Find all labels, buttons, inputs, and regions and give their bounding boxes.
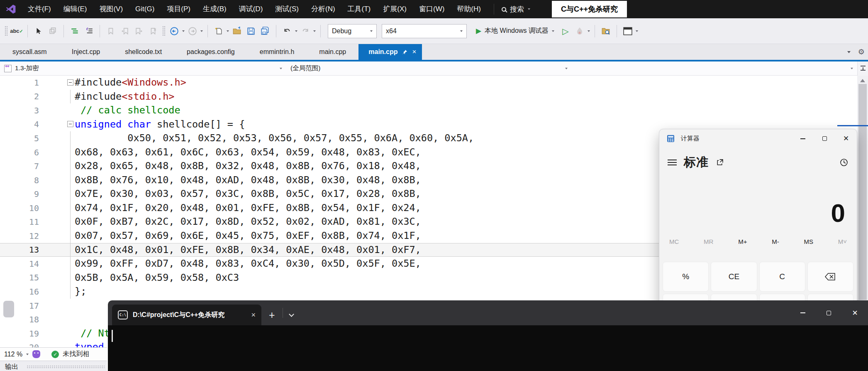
undo-button[interactable] <box>281 25 293 37</box>
save-button[interactable] <box>245 25 257 37</box>
memory-button-MR[interactable]: MR <box>704 238 713 245</box>
open-folder-button[interactable] <box>231 25 243 37</box>
menu-item-4[interactable]: Git(G) <box>129 0 161 18</box>
close-button[interactable]: ✕ <box>835 129 857 148</box>
memory-button-M-[interactable]: M- <box>772 238 779 245</box>
toolbar-grip[interactable] <box>5 26 7 37</box>
history-icon[interactable] <box>839 158 848 167</box>
minimize-button[interactable] <box>790 300 816 325</box>
zoom-control[interactable]: 112 % <box>4 351 29 358</box>
maximize-button[interactable] <box>816 300 842 325</box>
new-tab-button[interactable]: + <box>261 305 283 325</box>
terminal-body[interactable] <box>108 325 868 371</box>
menu-item-9[interactable]: 分析(N) <box>305 0 341 18</box>
tab-dropdown-button[interactable] <box>283 305 300 325</box>
menu-item-13[interactable]: 帮助(H) <box>451 0 487 18</box>
save-all-button[interactable] <box>259 25 271 37</box>
chevron-down-icon[interactable] <box>295 30 297 32</box>
fold-collapse-icon[interactable] <box>67 121 73 127</box>
new-file-button[interactable] <box>212 25 225 37</box>
chevron-down-icon[interactable] <box>588 30 590 32</box>
navigate-back-button[interactable] <box>168 25 180 37</box>
minimize-button[interactable] <box>792 129 814 148</box>
margin-scrollbar-thumb[interactable] <box>3 301 14 317</box>
memory-button-MC[interactable]: MC <box>669 238 679 245</box>
scroll-up-arrow-icon[interactable] <box>860 79 865 82</box>
fold-collapse-icon[interactable] <box>67 79 73 86</box>
menu-item-1[interactable]: 文件(F) <box>22 0 57 18</box>
calculator-title-bar[interactable]: 计算器 ✕ <box>659 129 857 148</box>
toolbar-grip[interactable] <box>162 26 165 37</box>
menu-item-8[interactable]: 测试(S) <box>269 0 305 18</box>
memory-button-M+[interactable]: M+ <box>738 238 747 245</box>
code-line-3[interactable]: 3 // calc shellcode <box>0 103 857 118</box>
visual-studio-window: 文件(F)编辑(E)视图(V)Git(G)项目(P)生成(B)调试(D)测试(S… <box>0 0 868 371</box>
project-dropdown[interactable]: 1.3-加密 <box>0 61 286 75</box>
tab-list-dropdown-icon[interactable] <box>847 51 851 53</box>
menu-item-6[interactable]: 生成(B) <box>197 0 233 18</box>
close-icon[interactable]: × <box>412 44 416 60</box>
split-editor-handle[interactable] <box>857 61 868 76</box>
calc-button-C[interactable]: C <box>759 262 805 292</box>
memory-button-M˅[interactable]: M˅ <box>838 238 847 245</box>
toggle-bookmark-button[interactable] <box>105 25 117 37</box>
code-line-1[interactable]: 1#include<Windows.h> <box>0 76 857 90</box>
next-bookmark-button[interactable] <box>133 25 145 37</box>
pointer-mode-button[interactable] <box>32 25 45 37</box>
pin-icon[interactable] <box>402 49 407 55</box>
menu-item-5[interactable]: 项目(P) <box>161 0 197 18</box>
hot-reload-button[interactable] <box>573 25 586 37</box>
calc-button-%[interactable]: % <box>663 262 709 292</box>
solution-configuration-select[interactable]: Debug <box>328 24 377 38</box>
toggle-comment-button[interactable] <box>83 25 95 37</box>
tab-syscall-asm[interactable]: syscall.asm <box>0 44 59 60</box>
close-icon[interactable]: × <box>251 311 256 319</box>
menu-item-2[interactable]: 编辑(E) <box>57 0 93 18</box>
backspace-button[interactable] <box>807 262 853 292</box>
start-without-debugging-button[interactable]: ▷ <box>559 25 572 37</box>
code-line-2[interactable]: 2#include<stdio.h> <box>0 90 857 104</box>
redo-button[interactable] <box>299 25 312 37</box>
start-debugging-button[interactable]: ▶ 本地 Windows 调试器 <box>473 27 558 35</box>
menu-item-12[interactable]: 窗口(W) <box>413 0 451 18</box>
layers-button[interactable] <box>46 25 59 37</box>
find-in-files-button[interactable] <box>600 25 612 37</box>
scope-dropdown[interactable]: (全局范围) <box>286 61 572 75</box>
menu-item-11[interactable]: 扩展(X) <box>377 0 413 18</box>
chevron-down-icon[interactable] <box>636 30 638 32</box>
chevron-down-icon[interactable] <box>200 30 203 32</box>
chevron-down-icon[interactable] <box>182 30 185 32</box>
navigate-forward-button[interactable] <box>186 25 199 37</box>
memory-button-MS[interactable]: MS <box>804 238 813 245</box>
solution-platform-select[interactable]: x64 <box>382 24 467 38</box>
menu-item-7[interactable]: 调试(D) <box>233 0 269 18</box>
tab-packages-config[interactable]: packages.config <box>174 44 247 60</box>
terminal-tab[interactable]: C:\ D:\C#project\C与C++免杀研究 × <box>112 305 261 325</box>
spell-check-button[interactable]: abc✓ <box>10 25 23 37</box>
hamburger-menu-icon[interactable] <box>668 160 677 165</box>
format-indent-button[interactable] <box>68 25 81 37</box>
gear-icon[interactable]: ⚙ <box>858 47 865 57</box>
scrollbar-thumb[interactable] <box>858 84 867 300</box>
tab-main-cpp-active[interactable]: main.cpp × <box>358 44 422 60</box>
tab-main-cpp[interactable]: main.cpp <box>307 44 358 60</box>
member-dropdown[interactable] <box>572 61 857 75</box>
calc-button-CE[interactable]: CE <box>711 262 757 292</box>
tab-Inject-cpp[interactable]: Inject.cpp <box>59 44 112 60</box>
clear-bookmarks-button[interactable] <box>147 25 159 37</box>
chevron-down-icon[interactable] <box>227 30 229 32</box>
close-button[interactable]: ✕ <box>842 300 868 325</box>
keep-on-top-icon[interactable] <box>716 159 724 167</box>
chevron-down-icon[interactable] <box>313 30 316 32</box>
tab-emmintrin-h[interactable]: emmintrin.h <box>247 44 307 60</box>
terminal-title-bar[interactable]: C:\ D:\C#project\C与C++免杀研究 × + ✕ <box>108 300 868 325</box>
feedback-icon[interactable] <box>32 350 40 358</box>
prev-bookmark-button[interactable] <box>119 25 131 37</box>
maximize-button[interactable] <box>814 129 835 148</box>
menu-item-3[interactable]: 视图(V) <box>93 0 129 18</box>
output-panel-bar[interactable]: 输出 <box>0 361 107 371</box>
terminal-window-button[interactable] <box>622 25 634 37</box>
menu-item-10[interactable]: 工具(T) <box>341 0 377 18</box>
search-control[interactable]: 搜索 <box>494 4 538 15</box>
tab-shellcode-txt[interactable]: shellcode.txt <box>112 44 174 60</box>
